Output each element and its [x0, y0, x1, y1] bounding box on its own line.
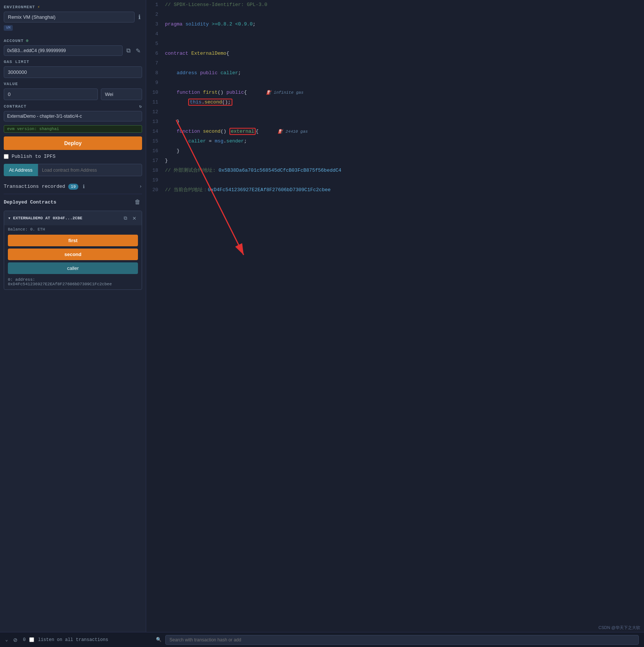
value-label: VALUE: [4, 82, 142, 86]
code-line-18: 18 // 外部测试合约地址: 0x5B38Da6a701c568545dCfc…: [146, 166, 644, 175]
close-instance-btn[interactable]: ✕: [131, 214, 138, 223]
stop-icon-bar[interactable]: ⊘: [12, 635, 19, 644]
tx-count-badge: 19: [68, 184, 78, 190]
gas-limit-label: GAS LIMIT: [4, 60, 142, 64]
gas-limit-input[interactable]: [4, 66, 142, 78]
balance-display: Balance: 0. ETH: [4, 225, 142, 234]
code-line-13: 13 }: [146, 117, 644, 127]
left-panel: ENVIRONMENT ⚡ Remix VM (Shanghai) ℹ VM A…: [0, 0, 146, 632]
value-section: VALUE Wei Gwei Ether: [4, 82, 142, 100]
code-line-2: 2: [146, 10, 644, 19]
gas-limit-section: GAS LIMIT: [4, 60, 142, 78]
copy-instance-btn[interactable]: ⧉: [122, 214, 129, 223]
environment-label: ENVIRONMENT ⚡: [4, 4, 142, 9]
code-line-7: 7: [146, 58, 644, 68]
code-line-10: 10 function first() public{ ⛽ infinite g…: [146, 88, 644, 97]
environment-select[interactable]: Remix VM (Shanghai): [4, 12, 135, 22]
publish-checkbox[interactable]: [4, 154, 9, 159]
contract-select[interactable]: ExternalDemo - chapter-3/1-static/4-c: [4, 111, 142, 121]
code-line-20: 20 // 当前合约地址：0xD4Fc541236927E2EAf8F27606…: [146, 185, 644, 195]
environment-info-btn[interactable]: ℹ: [137, 12, 142, 22]
publish-label: Publish to IPFS: [12, 154, 55, 159]
lightning-icon: ⚡: [37, 4, 40, 9]
deployed-contracts-header: Deployed Contracts 🗑: [4, 197, 142, 207]
caller-function-button[interactable]: caller: [8, 262, 138, 274]
tx-count-bar: 0: [23, 637, 25, 643]
code-line-17: 17 }: [146, 156, 644, 166]
delete-contracts-btn[interactable]: 🗑: [133, 197, 142, 207]
code-line-6: 6 contract ExternalDemo{: [146, 49, 644, 58]
code-line-16: 16 }: [146, 146, 644, 156]
value-input[interactable]: [4, 88, 98, 100]
contract-instance-header[interactable]: ▾ EXTERNALDEMO AT 0XD4F...2CBE ⧉ ✕: [4, 211, 142, 225]
listen-label: listen on all transactions: [38, 637, 108, 643]
search-input-bar[interactable]: [165, 635, 639, 645]
code-line-11: 11 this.second();: [146, 97, 644, 107]
bottom-bar-right: 🔍: [156, 635, 639, 645]
contract-label: CONTRACT ↻: [4, 104, 142, 109]
code-line-8: 8 address public caller;: [146, 68, 644, 78]
watermark: CSDN @华天下之大软: [599, 625, 640, 631]
code-line-14: 14 function second() external{ ⛽ 24410 g…: [146, 127, 644, 136]
code-line-4: 4: [146, 29, 644, 39]
plus-icon[interactable]: ⊕: [26, 38, 29, 43]
chevron-down-icon-bar[interactable]: ⌄: [5, 637, 8, 643]
environment-section: ENVIRONMENT ⚡ Remix VM (Shanghai) ℹ VM: [4, 4, 142, 34]
deployed-contracts-label: Deployed Contracts: [4, 199, 56, 205]
transactions-label: Transactions recorded: [4, 184, 65, 189]
first-function-button[interactable]: first: [8, 235, 138, 246]
code-line-3: 3 pragma solidity >=0.8.2 <0.9.0;: [146, 19, 644, 29]
deploy-button[interactable]: Deploy: [4, 136, 142, 150]
contract-section: CONTRACT ↻ ExternalDemo - chapter-3/1-st…: [4, 104, 142, 121]
refresh-icon[interactable]: ↻: [139, 104, 142, 109]
code-line-9: 9: [146, 78, 644, 88]
at-address-row: At Address: [4, 164, 142, 176]
edit-account-btn[interactable]: ✎: [134, 46, 142, 56]
result-display: 0: address: 0xD4Fc541236927E2EAf8F27606b…: [4, 275, 142, 289]
code-line-1: 1 // SPDX-License-Identifier: GPL-3.0: [146, 0, 644, 10]
second-function-button[interactable]: second: [8, 249, 138, 260]
listen-checkbox[interactable]: [29, 637, 34, 642]
code-area: 1 // SPDX-License-Identifier: GPL-3.0 2 …: [146, 0, 644, 195]
code-line-5: 5: [146, 39, 644, 49]
code-line-19: 19: [146, 175, 644, 185]
tx-info-btn[interactable]: ℹ: [81, 182, 86, 191]
tx-chevron-icon[interactable]: ›: [139, 184, 142, 189]
evm-badge: evm version: shanghai: [4, 125, 142, 133]
contract-instance: ▾ EXTERNALDEMO AT 0XD4F...2CBE ⧉ ✕ Balan…: [4, 211, 142, 290]
account-select[interactable]: 0x5B3...eddC4 (99.99999999: [4, 45, 123, 56]
transactions-row: Transactions recorded 19 ℹ ›: [4, 182, 142, 194]
at-address-button[interactable]: At Address: [4, 164, 38, 176]
code-line-15: 15 caller = msg.sender;: [146, 136, 644, 146]
search-icon-bar: 🔍: [156, 637, 162, 643]
unit-select[interactable]: Wei Gwei Ether: [101, 88, 142, 100]
copy-account-btn[interactable]: ⧉: [125, 46, 132, 55]
account-label: ACCOUNT ⊕: [4, 38, 142, 43]
publish-row: Publish to IPFS: [4, 154, 142, 159]
contract-instance-name: EXTERNALDEMO AT 0XD4F...2CBE: [13, 216, 120, 220]
bottom-bar: ⌄ ⊘ 0 listen on all transactions 🔍: [0, 632, 644, 647]
load-contract-input[interactable]: [38, 164, 142, 176]
code-panel: 1 // SPDX-License-Identifier: GPL-3.0 2 …: [146, 0, 644, 632]
account-section: ACCOUNT ⊕ 0x5B3...eddC4 (99.99999999 ⧉ ✎: [4, 38, 142, 56]
code-line-12: 12: [146, 107, 644, 117]
vm-badge: VM: [4, 25, 13, 31]
chevron-down-icon: ▾: [8, 215, 11, 221]
bottom-bar-left: ⌄ ⊘ 0 listen on all transactions: [5, 635, 151, 644]
